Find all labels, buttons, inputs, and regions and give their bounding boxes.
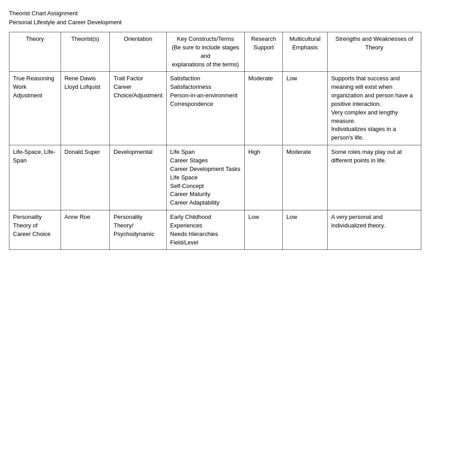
cell-orientation: Personality Theory/ Psychodynamic	[110, 210, 166, 250]
cell-theorist: Anne Roe	[61, 210, 110, 250]
cell-strengths: Supports that success and meaning will e…	[327, 72, 421, 145]
col-header-multi: Multicultural Emphasis	[283, 32, 328, 72]
table-header-row: Theory Theorist(s) Orientation Key Const…	[9, 32, 421, 72]
cell-research: Low	[245, 210, 283, 250]
page-header: Theorist Chart Assignment Personal Lifes…	[9, 9, 467, 26]
table-row: True Reasoning Work AdjustmentRene Dawis…	[9, 72, 421, 145]
main-table: Theory Theorist(s) Orientation Key Const…	[9, 32, 421, 250]
cell-key: Life SpanCareer StagesCareer Development…	[166, 145, 245, 210]
col-header-orientation: Orientation	[110, 32, 166, 72]
col-header-theory: Theory	[9, 32, 61, 72]
cell-research: High	[245, 145, 283, 210]
col-header-theorist: Theorist(s)	[61, 32, 110, 72]
col-header-key: Key Constructs/Terms(Be sure to include …	[166, 32, 245, 72]
header-line1: Theorist Chart Assignment	[9, 9, 467, 18]
cell-orientation: Trait Factor Career Choice/Adjustment	[110, 72, 166, 145]
cell-theory: Life-Space, Life-Span	[9, 145, 61, 210]
cell-strengths: Some roles may play out at different poi…	[327, 145, 421, 210]
col-header-research: Research Support	[245, 32, 283, 72]
cell-theorist: Donald Super	[61, 145, 110, 210]
cell-strengths: A very personal and individualized theor…	[327, 210, 421, 250]
col-header-strengths: Strengths and Weaknesses of Theory	[327, 32, 421, 72]
table-row: Personality Theory of Career ChoiceAnne …	[9, 210, 421, 250]
cell-orientation: Developmental	[110, 145, 166, 210]
table-row: Life-Space, Life-SpanDonald SuperDevelop…	[9, 145, 421, 210]
cell-multi: Moderate	[283, 145, 328, 210]
cell-multi: Low	[283, 72, 328, 145]
cell-research: Moderate	[245, 72, 283, 145]
cell-theorist: Rene DawisLloyd Lofquist	[61, 72, 110, 145]
header-line2: Personal Lifestyle and Career Developmen…	[9, 18, 467, 27]
cell-theory: Personality Theory of Career Choice	[9, 210, 61, 250]
cell-multi: Low	[283, 210, 328, 250]
cell-key: Early Childhood ExperiencesNeeds Hierarc…	[166, 210, 245, 250]
cell-key: SatisfactionSatisfactorinessPerson-in-an…	[166, 72, 245, 145]
cell-theory: True Reasoning Work Adjustment	[9, 72, 61, 145]
